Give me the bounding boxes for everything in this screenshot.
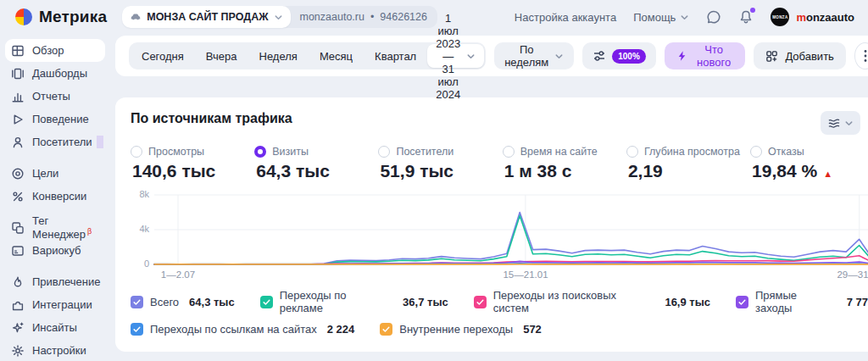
metric-value: 140,6 тыс xyxy=(131,161,254,181)
metric-option[interactable]: Просмотры140,6 тыс xyxy=(131,146,254,181)
toolbar-right: Что нового Добавить xyxy=(665,42,868,69)
metric-radio[interactable] xyxy=(131,146,142,158)
metric-radio[interactable] xyxy=(750,146,762,158)
legend-value: 2 224 xyxy=(327,323,355,336)
metric-value: 64,3 тыс xyxy=(254,161,378,181)
range-button[interactable]: Вчера xyxy=(195,44,248,68)
grouping-select[interactable]: По неделям xyxy=(494,42,574,69)
add-widget-label: Добавить xyxy=(785,50,833,63)
add-widget-button[interactable]: Добавить xyxy=(754,42,845,69)
metric-option[interactable]: Посетители51,9 тыс xyxy=(378,146,502,181)
legend-checkbox[interactable] xyxy=(131,323,143,336)
metrica-logo[interactable]: Метрика xyxy=(15,8,107,26)
site-favicon-car-icon xyxy=(130,11,142,23)
sidebar-item-settings[interactable]: Настройки xyxy=(5,339,105,361)
legend-item[interactable]: Прямые заходы7 776 xyxy=(736,289,868,314)
sidebar-item-overview[interactable]: Обзор xyxy=(5,39,105,62)
legend-item[interactable]: Внутренние переходы572 xyxy=(380,323,542,336)
attraction-icon xyxy=(11,275,25,289)
sidebar-item-label: Посетители xyxy=(32,136,92,148)
toolbar-more-button[interactable] xyxy=(854,42,868,69)
metric-selected[interactable]: Визиты64,3 тыс xyxy=(254,146,378,181)
legend-value: 7 776 xyxy=(847,296,868,308)
legend-checkbox[interactable] xyxy=(474,296,487,308)
legend-checkbox[interactable] xyxy=(380,323,392,336)
y-axis-tick: 4k xyxy=(131,224,149,234)
user-menu[interactable]: MONZA monzaauto xyxy=(771,8,854,26)
legend-checkbox[interactable] xyxy=(131,296,143,308)
metric-option[interactable]: Время на сайте1 м 38 с xyxy=(503,146,626,181)
sidebar-item-integrations[interactable]: Интеграции xyxy=(5,293,105,316)
sidebar-item-behavior[interactable]: Поведение xyxy=(5,108,105,131)
sidebar-item-attraction[interactable]: Привлечение xyxy=(5,270,105,293)
kebab-menu-icon xyxy=(864,49,867,63)
sidebar-group: Тег МенеджерβВариокуб xyxy=(5,216,105,262)
legend-checkbox[interactable] xyxy=(260,296,273,308)
sidebar-item-variocube[interactable]: Вариокуб xyxy=(5,239,105,262)
sidebar-item-dashboards[interactable]: Дашборды xyxy=(5,62,105,85)
sidebar-item-goals[interactable]: Цели xyxy=(5,162,105,185)
sidebar-item-label: Вариокуб xyxy=(32,244,81,257)
legend-label: Переходы из поисковых систем xyxy=(493,289,655,314)
metric-radio[interactable] xyxy=(626,146,638,158)
legend-item[interactable]: Переходы по рекламе36,7 тыс xyxy=(260,289,448,314)
sidebar-item-label: Инсайты xyxy=(32,321,77,334)
sidebar-item-label: Тег Менеджерβ xyxy=(32,214,99,241)
counter-domain[interactable]: monzaauto.ru xyxy=(300,11,364,23)
counter-id: 94626126 xyxy=(380,11,427,23)
sidebar-item-label: Отчеты xyxy=(32,90,70,103)
metric-value: 2,19 xyxy=(626,161,750,181)
sidebar-item-label: Дашборды xyxy=(32,67,87,80)
range-button[interactable]: Месяц xyxy=(309,44,364,68)
notifications-button[interactable] xyxy=(738,9,754,25)
help-menu[interactable]: Помощь xyxy=(633,11,689,24)
legend-item[interactable]: Всего64,3 тыс xyxy=(131,296,235,308)
legend-checkbox[interactable] xyxy=(736,296,748,308)
metric-option[interactable]: Отказы19,84 %▲ xyxy=(750,146,868,181)
chat-button[interactable] xyxy=(706,9,721,25)
app-header: Метрика МОНЗА САЙТ ПРОДАЖ monzaauto.ru •… xyxy=(0,0,868,29)
card-controls xyxy=(821,111,868,135)
chevron-down-icon xyxy=(844,119,854,128)
metric-radio[interactable] xyxy=(503,146,515,158)
date-range-select[interactable]: 1 июл 2023 — 31 июл 2024 xyxy=(427,44,484,68)
header-actions: Настройка аккаунта Помощь MONZA monzaaut… xyxy=(515,8,854,26)
legend-label: Всего xyxy=(150,296,179,308)
legend-row: Всего64,3 тысПереходы по рекламе36,7 тыс… xyxy=(131,289,868,314)
sidebar-item-insights[interactable]: Инсайты xyxy=(5,316,105,339)
chevron-down-icon xyxy=(466,52,476,61)
sidebar: ОбзорДашбордыОтчетыПоведениеПосетителиЦе… xyxy=(0,29,110,361)
legend-label: Переходы по рекламе xyxy=(280,289,392,314)
dashboards-icon xyxy=(11,67,25,81)
date-range-label: 1 июл 2023 — 31 июл 2024 xyxy=(436,12,460,101)
metric-radio[interactable] xyxy=(378,146,390,158)
metric-value: 1 м 38 с xyxy=(503,161,626,181)
range-button[interactable]: Сегодня xyxy=(131,44,195,68)
legend-item[interactable]: Переходы по ссылкам на сайтах2 224 xyxy=(131,323,354,336)
counter-select-button[interactable]: МОНЗА САЙТ ПРОДАЖ xyxy=(122,6,290,28)
legend-item[interactable]: Переходы из поисковых систем16,9 тыс xyxy=(474,289,710,314)
metric-radio[interactable] xyxy=(254,146,266,158)
range-button[interactable]: Неделя xyxy=(248,44,309,68)
traffic-chart[interactable]: 04k8k1—2.0715—21.0129—31.07 xyxy=(131,192,868,282)
sidebar-item-label: Настройки xyxy=(32,344,86,357)
sidebar-item-conversions[interactable]: Конверсии xyxy=(5,185,105,208)
chart-type-select[interactable] xyxy=(821,111,860,135)
legend-row: Переходы по ссылкам на сайтах2 224Внутре… xyxy=(131,323,868,336)
account-settings-link[interactable]: Настройка аккаунта xyxy=(515,11,616,24)
sampling-filter-button[interactable]: 100% xyxy=(582,42,656,69)
legend-label: Прямые заходы xyxy=(755,289,837,314)
card-title: По источникам трафика xyxy=(131,111,292,126)
chevron-down-icon xyxy=(680,13,689,22)
legend-label: Внутренние переходы xyxy=(399,323,513,336)
metric-option[interactable]: Глубина просмотра2,19 xyxy=(626,146,750,181)
settings-icon xyxy=(11,344,25,358)
sidebar-item-tag-manager[interactable]: Тег Менеджерβ xyxy=(5,216,105,239)
sidebar-item-visitors[interactable]: Посетители xyxy=(5,131,105,153)
sidebar-item-reports[interactable]: Отчеты xyxy=(5,85,105,108)
whats-new-button[interactable]: Что нового xyxy=(665,42,746,69)
sidebar-item-label: Интеграции xyxy=(32,298,92,311)
traffic-chart-canvas[interactable] xyxy=(131,192,868,267)
conversions-icon xyxy=(11,190,25,203)
range-button[interactable]: Квартал xyxy=(364,44,427,68)
